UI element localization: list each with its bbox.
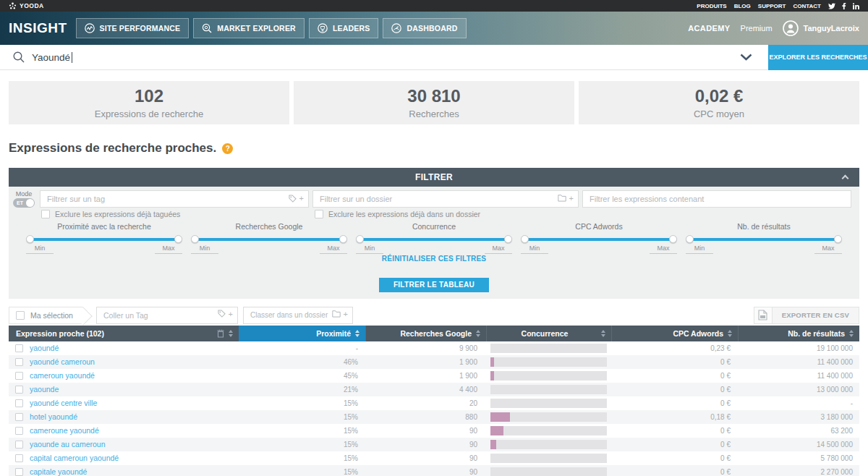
slider-max-field[interactable]: Max (155, 245, 182, 254)
row-checkbox[interactable] (15, 454, 23, 462)
expression-link[interactable]: yaoundé cameroun (30, 357, 95, 366)
sort-icon[interactable] (476, 330, 480, 337)
slider-min-handle[interactable] (191, 235, 199, 243)
row-checkbox[interactable] (15, 468, 23, 476)
expression-link[interactable]: yaoundé (30, 344, 59, 352)
exclude-folder-checkbox[interactable] (315, 210, 323, 218)
collapse-icon[interactable] (842, 175, 849, 182)
filter-folder-input[interactable] (312, 190, 579, 208)
topbar-link-support[interactable]: SUPPORT (758, 3, 786, 9)
csv-file-icon[interactable] (754, 307, 773, 324)
row-checkbox[interactable] (15, 358, 23, 366)
row-checkbox[interactable] (15, 441, 23, 449)
column-cpc[interactable]: CPC Adwords (611, 326, 738, 341)
topbar-link-blog[interactable]: BLOG (734, 3, 751, 9)
slider-max-handle[interactable] (669, 235, 677, 243)
row-checkbox[interactable] (15, 372, 23, 380)
export-csv-button[interactable]: EXPORTER EN CSV (773, 307, 859, 324)
my-selection-checkbox[interactable] (16, 311, 25, 320)
table-row: capitale yaoundé 15% 90 0 € 2 270 000 (9, 465, 859, 476)
slider-max-field[interactable]: Max (485, 245, 512, 254)
row-checkbox[interactable] (15, 399, 23, 407)
filter-tag-input[interactable] (40, 190, 309, 208)
expression-link[interactable]: yaoundé centre ville (30, 399, 97, 407)
academy-link[interactable]: ACADEMY (688, 24, 730, 33)
sort-icon[interactable] (849, 330, 854, 337)
add-tag-filter-icon[interactable]: + (299, 194, 304, 203)
exclude-tagged-checkbox[interactable] (41, 210, 50, 218)
mode-toggle[interactable]: ET (13, 198, 35, 208)
slider-max-field[interactable]: Max (650, 245, 677, 254)
competition-bar-track (490, 440, 607, 449)
slider-min-field[interactable]: Min (191, 245, 218, 254)
yooda-logo[interactable]: YOODA (9, 2, 44, 10)
slider-min-handle[interactable] (521, 235, 529, 243)
slider-label: Nb. de résultats (686, 222, 842, 231)
expression-link[interactable]: capitale yaoundé (30, 467, 87, 476)
expression-link[interactable]: cameroune yaoundé (30, 426, 99, 435)
sort-icon[interactable] (728, 330, 732, 337)
add-folder-filter-icon[interactable]: + (569, 194, 574, 203)
linkedin-icon[interactable] (853, 3, 859, 9)
column-expression[interactable]: Expression proche (102) (9, 326, 239, 341)
expression-link[interactable]: hotel yaoundé (30, 412, 77, 421)
searches-value: 9 900 (365, 344, 486, 352)
topbar-link-contact[interactable]: CONTACT (793, 3, 821, 9)
competition-bar-fill (490, 426, 503, 435)
topbar-link-produits[interactable]: PRODUITS (697, 3, 726, 9)
help-icon[interactable]: ? (222, 143, 233, 154)
expression-link[interactable]: yaounde (30, 385, 59, 394)
user-menu[interactable]: TanguyLacroix (783, 20, 859, 36)
tab-site-performance[interactable]: SITE PERFORMANCE (76, 18, 190, 38)
filter-table-button[interactable]: FILTRER LE TABLEAU (379, 278, 489, 292)
reset-filters-link[interactable]: RÉINITIALISER CES FILTRES (382, 255, 486, 263)
slider-max-field[interactable]: Max (320, 245, 347, 254)
column-concurrence[interactable]: Concurrence (486, 326, 611, 341)
expression-link[interactable]: yaounde au cameroun (30, 440, 106, 449)
expression-link[interactable]: cameroun yaoundé (30, 371, 95, 380)
slider-max-field[interactable]: Max (814, 245, 842, 254)
results-table: Expression proche (102) Proximité Recher… (9, 326, 859, 476)
slider-min-field[interactable]: Min (26, 245, 54, 254)
slider-min-field[interactable]: Min (356, 245, 383, 254)
table-row: yaounde 21% 4 400 0 € 13 000 000 (9, 383, 859, 396)
row-checkbox[interactable] (15, 344, 23, 352)
sort-icon[interactable] (229, 330, 233, 337)
filter-header[interactable]: FILTRER (9, 168, 859, 187)
expression-link[interactable]: capital cameroun yaoundé (30, 454, 119, 462)
competition-cell (486, 467, 611, 476)
tab-dashboard[interactable]: DASHBOARD (383, 18, 466, 38)
slider-min-field[interactable]: Min (521, 245, 548, 254)
slider-min-handle[interactable] (356, 235, 364, 243)
slider-max-handle[interactable] (339, 235, 347, 243)
row-checkbox[interactable] (15, 427, 23, 435)
twitter-icon[interactable] (828, 3, 835, 9)
filter-contains-input[interactable] (582, 190, 851, 208)
slider-min-handle[interactable] (686, 235, 694, 243)
tab-market-explorer[interactable]: MARKET EXPLORER (193, 18, 305, 38)
slider-min-field[interactable]: Min (686, 245, 713, 254)
search-input[interactable]: Yaoundé (0, 51, 740, 63)
add-tag-icon[interactable]: + (229, 310, 233, 318)
tab-leaders[interactable]: LEADERS (309, 18, 379, 38)
trash-icon[interactable] (217, 329, 224, 338)
my-selection[interactable]: Ma sélection (9, 307, 83, 324)
add-to-folder-icon[interactable]: + (344, 310, 348, 318)
row-checkbox[interactable] (15, 413, 23, 421)
sort-icon[interactable] (601, 330, 605, 337)
row-checkbox[interactable] (15, 386, 23, 394)
sort-icon[interactable] (355, 330, 359, 337)
slider-max-handle[interactable] (504, 235, 512, 243)
column-resultats[interactable]: Nb. de résultats (738, 326, 859, 341)
insight-brand[interactable]: INSIGHT (9, 20, 67, 36)
slider-max-handle[interactable] (834, 235, 842, 243)
facebook-icon[interactable] (841, 3, 847, 9)
chevron-down-icon[interactable] (740, 54, 752, 61)
slider-max-handle[interactable] (174, 235, 182, 243)
column-proximite[interactable]: Proximité (239, 326, 365, 341)
explore-searches-button[interactable]: EXPLORER LES RECHERCHES (768, 45, 868, 70)
competition-bar-track (490, 426, 607, 435)
premium-link[interactable]: Premium (741, 24, 773, 33)
slider-min-handle[interactable] (26, 235, 34, 243)
column-recherches[interactable]: Recherches Google (365, 326, 486, 341)
